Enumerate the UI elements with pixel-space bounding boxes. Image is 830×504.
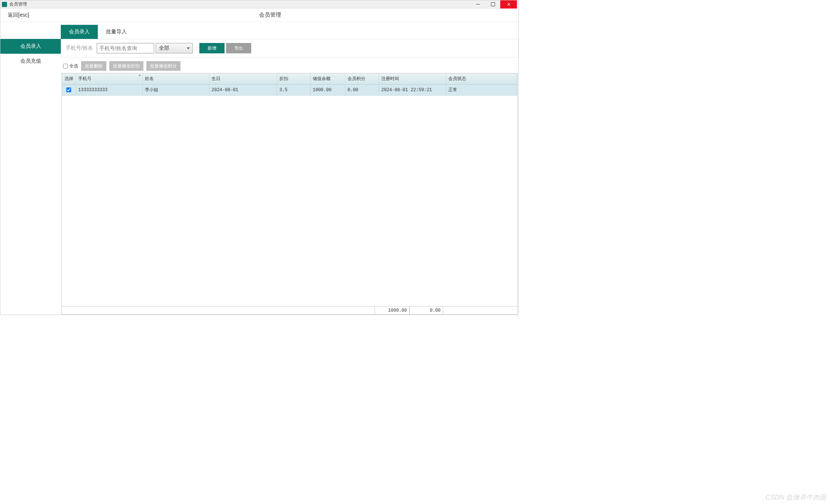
row-checkbox[interactable]	[66, 87, 71, 92]
close-button[interactable]	[500, 0, 517, 9]
cell-points: 0.00	[345, 84, 379, 95]
th-points[interactable]: 会员积分	[345, 73, 379, 84]
member-table: 选择 手机号 姓名 生日 折扣 储值余额 会员积分 注册时间 会员状态 1333…	[62, 73, 518, 315]
page-title: 会员管理	[29, 11, 511, 19]
batch-edit-points-button[interactable]: 批量修改积分	[146, 61, 180, 71]
batch-action-bar: 全选 批量删除 批量修改折扣 批量修改积分	[61, 60, 518, 72]
table-footer: 1000.00 0.00	[62, 306, 517, 314]
select-all-input[interactable]	[63, 64, 68, 69]
select-all-checkbox[interactable]: 全选	[63, 63, 78, 69]
footer-balance-total: 1000.00	[375, 306, 409, 314]
cell-status: 正常	[446, 84, 517, 95]
titlebar: 会员管理	[0, 0, 518, 9]
filter-select[interactable]: 全部	[156, 43, 193, 53]
export-button[interactable]: 导出	[226, 43, 251, 53]
filter-select-value: 全部	[159, 45, 169, 52]
th-status[interactable]: 会员状态	[446, 73, 517, 84]
search-label: 手机号/姓名	[63, 45, 95, 52]
cell-birthday: 2024-08-01	[209, 84, 277, 95]
table-empty-area	[62, 96, 517, 306]
filter-bar: 手机号/姓名 全部 新增 导出	[61, 39, 518, 57]
back-button[interactable]: 返回[esc]	[8, 12, 29, 19]
cell-name: 李小姐	[143, 84, 209, 95]
cell-discount: 3.5	[277, 84, 311, 95]
app-icon	[2, 2, 7, 7]
minimize-button[interactable]	[471, 0, 485, 9]
cell-phone: 13333333333	[76, 84, 143, 95]
th-birthday[interactable]: 生日	[209, 73, 277, 84]
window-title: 会员管理	[9, 1, 471, 7]
th-name[interactable]: 姓名	[143, 73, 209, 84]
batch-delete-button[interactable]: 批量删除	[81, 61, 106, 71]
cell-reg-time: 2024-08-01 22:59:21	[379, 84, 446, 95]
page-header: 返回[esc] 会员管理	[0, 9, 518, 22]
sidebar-item-member-recharge[interactable]: 会员充值	[0, 54, 61, 69]
sidebar: 会员录入 会员充值	[0, 22, 61, 315]
th-balance[interactable]: 储值余额	[311, 73, 345, 84]
tab-bar: 会员录入 批量导入	[61, 22, 518, 39]
th-phone[interactable]: 手机号	[76, 73, 143, 84]
table-header-row: 选择 手机号 姓名 生日 折扣 储值余额 会员积分 注册时间 会员状态	[62, 73, 517, 84]
footer-points-total: 0.00	[409, 306, 443, 314]
search-input[interactable]	[97, 43, 154, 53]
th-reg-time[interactable]: 注册时间	[379, 73, 446, 84]
th-select[interactable]: 选择	[62, 73, 76, 84]
sidebar-item-member-entry[interactable]: 会员录入	[0, 39, 61, 54]
batch-edit-discount-button[interactable]: 批量修改折扣	[109, 61, 143, 71]
maximize-button[interactable]	[485, 0, 500, 9]
tab-batch-import[interactable]: 批量导入	[98, 25, 135, 39]
add-button[interactable]: 新增	[199, 43, 225, 53]
cell-balance: 1000.00	[311, 84, 345, 95]
table-row[interactable]: 13333333333 李小姐 2024-08-01 3.5 1000.00 0…	[62, 84, 517, 96]
select-all-label: 全选	[69, 63, 78, 69]
th-discount[interactable]: 折扣	[277, 73, 311, 84]
tab-member-entry[interactable]: 会员录入	[61, 25, 98, 39]
row-checkbox-cell	[62, 84, 76, 95]
